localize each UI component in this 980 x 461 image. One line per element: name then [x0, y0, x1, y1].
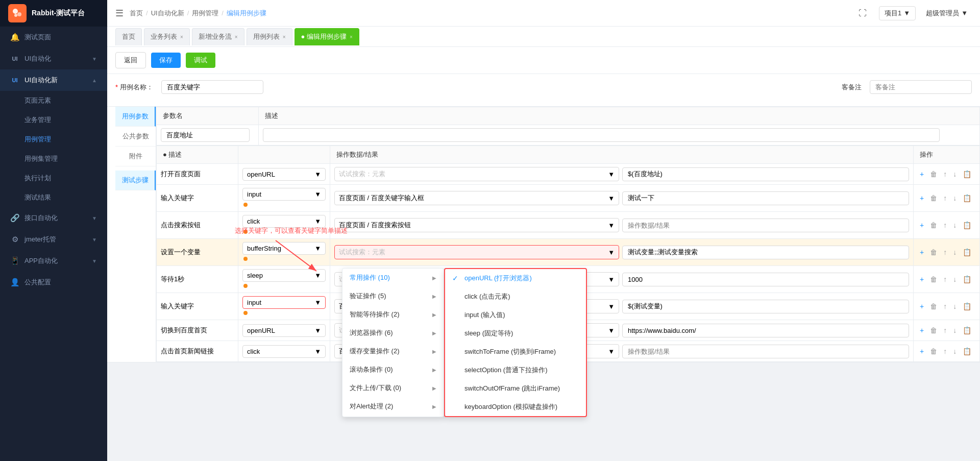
- tab-new-flow[interactable]: 新增业务流 ×: [192, 28, 244, 45]
- move-up-btn-3[interactable]: ↑: [941, 220, 949, 230]
- sidebar-sub-business-mgmt[interactable]: 业务管理: [0, 110, 107, 130]
- delete-step-btn-6[interactable]: 🗑: [928, 301, 939, 311]
- data-input-6[interactable]: [622, 300, 909, 313]
- move-up-btn-7[interactable]: ↑: [941, 325, 949, 335]
- data-input-4[interactable]: [622, 246, 909, 259]
- sidebar-item-test-page[interactable]: 🔔 测试页面: [0, 27, 107, 48]
- action-select-8[interactable]: click ▼: [242, 345, 326, 358]
- back-button[interactable]: 返回: [115, 52, 146, 68]
- add-step-btn-1[interactable]: +: [918, 169, 926, 179]
- move-down-btn-3[interactable]: ↓: [951, 220, 959, 230]
- remark-input[interactable]: [870, 80, 972, 94]
- move-down-btn-5[interactable]: ↓: [951, 274, 959, 284]
- dropdown-common-ops[interactable]: 常用操作 (10) ▶: [342, 269, 444, 287]
- move-down-btn-6[interactable]: ↓: [951, 301, 959, 311]
- sidebar-sub-case-mgmt[interactable]: 用例管理: [0, 130, 107, 149]
- sidebar-item-jmeter[interactable]: ⚙ jmeter托管 ▼: [0, 229, 107, 250]
- submenu-switch-out-frame[interactable]: switchOutOfFrame (跳出iFrame): [445, 379, 586, 398]
- action-select-6[interactable]: input ▼: [242, 296, 326, 309]
- dropdown-alert-ops[interactable]: 对Alert处理 (2) ▶: [342, 397, 444, 416]
- move-up-btn-6[interactable]: ↑: [941, 301, 949, 311]
- action-select-4[interactable]: bufferString ▼: [242, 242, 326, 255]
- submenu-keyboard-option[interactable]: keyboardOption (模拟键盘操作): [445, 398, 586, 416]
- element-select-3[interactable]: 百度页面 / 百度搜索按钮 ▼: [334, 218, 619, 232]
- data-input-1[interactable]: [622, 167, 909, 181]
- add-step-btn-3[interactable]: +: [918, 220, 926, 230]
- submenu-select-option[interactable]: selectOption (普通下拉操作): [445, 361, 586, 379]
- breadcrumb-ui-auto[interactable]: UI自动化新: [151, 9, 184, 18]
- sidebar-item-ui-auto-new[interactable]: UI UI自动化新 ▲: [0, 69, 107, 91]
- param-tab-steps[interactable]: 测试步骤: [115, 171, 156, 190]
- param-tab-attachment[interactable]: 附件: [115, 147, 156, 166]
- data-input-2[interactable]: [622, 191, 909, 205]
- sidebar-item-app-auto[interactable]: 📱 APP自动化 ▼: [0, 250, 107, 272]
- add-step-btn-6[interactable]: +: [918, 301, 926, 311]
- copy-step-btn-2[interactable]: 📋: [961, 193, 973, 203]
- tab-business-list[interactable]: 业务列表 ×: [144, 28, 190, 45]
- move-down-btn-1[interactable]: ↓: [951, 169, 959, 179]
- project-selector[interactable]: 项目1 ▼: [879, 6, 916, 20]
- dropdown-file-ops[interactable]: 文件上传/下载 (0) ▶: [342, 379, 444, 397]
- sidebar-sub-exec-plan[interactable]: 执行计划: [0, 168, 107, 188]
- copy-step-btn-3[interactable]: 📋: [961, 220, 973, 230]
- move-down-btn-2[interactable]: ↓: [951, 193, 959, 203]
- data-input-3[interactable]: [622, 219, 909, 232]
- add-step-btn-7[interactable]: +: [918, 325, 926, 335]
- move-down-btn-8[interactable]: ↓: [951, 346, 959, 356]
- fullscreen-icon[interactable]: ⛶: [859, 9, 867, 18]
- tab-home[interactable]: 首页: [115, 28, 142, 45]
- move-down-btn-4[interactable]: ↓: [951, 247, 959, 257]
- breadcrumb-home[interactable]: 首页: [130, 9, 143, 18]
- element-select-1[interactable]: 试试搜索：元素 ▼: [334, 167, 619, 181]
- sidebar-sub-page-elements[interactable]: 页面元素: [0, 91, 107, 110]
- delete-step-btn-4[interactable]: 🗑: [928, 247, 939, 257]
- data-input-7[interactable]: [622, 324, 909, 337]
- submenu-click[interactable]: click (点击元素): [445, 287, 586, 306]
- dropdown-smart-wait-ops[interactable]: 智能等待操作 (2) ▶: [342, 305, 444, 324]
- copy-step-btn-4[interactable]: 📋: [961, 247, 973, 257]
- add-step-btn-4[interactable]: +: [918, 247, 926, 257]
- move-down-btn-7[interactable]: ↓: [951, 325, 959, 335]
- param-desc-input[interactable]: [263, 128, 940, 142]
- copy-step-btn-7[interactable]: 📋: [961, 325, 973, 335]
- data-input-8[interactable]: [622, 345, 909, 358]
- tab-case-list[interactable]: 用例列表 ×: [247, 28, 292, 45]
- move-up-btn-5[interactable]: ↑: [941, 274, 949, 284]
- param-tab-common[interactable]: 公共参数: [115, 127, 156, 147]
- tab-close-business[interactable]: ×: [180, 34, 183, 40]
- submenu-openurl[interactable]: ✓ openURL (打开浏览器): [445, 269, 586, 287]
- move-up-btn-1[interactable]: ↑: [941, 169, 949, 179]
- copy-step-btn-5[interactable]: 📋: [961, 274, 973, 284]
- copy-step-btn-8[interactable]: 📋: [961, 346, 973, 356]
- delete-step-btn-7[interactable]: 🗑: [928, 325, 939, 335]
- sidebar-item-api-auto[interactable]: 🔗 接口自动化 ▼: [0, 207, 107, 229]
- sidebar-item-common-config[interactable]: 👤 公共配置: [0, 272, 107, 293]
- action-select-5[interactable]: sleep ▼: [242, 269, 326, 282]
- sidebar-item-ui-auto[interactable]: UI UI自动化 ▼: [0, 48, 107, 69]
- dropdown-buffer-ops[interactable]: 缓存变量操作 (2) ▶: [342, 342, 444, 360]
- param-tab-case[interactable]: 用例参数: [115, 107, 156, 127]
- delete-step-btn-1[interactable]: 🗑: [928, 169, 939, 179]
- dropdown-scroll-ops[interactable]: 滚动条操作 (0) ▶: [342, 360, 444, 379]
- copy-step-btn-1[interactable]: 📋: [961, 169, 973, 179]
- breadcrumb-case-mgmt[interactable]: 用例管理: [192, 9, 218, 18]
- tab-close-steps[interactable]: ×: [350, 34, 353, 40]
- param-name-input[interactable]: [161, 128, 250, 142]
- action-select-3[interactable]: click ▼: [242, 215, 326, 228]
- menu-icon[interactable]: ☰: [115, 8, 124, 19]
- dropdown-verify-ops[interactable]: 验证操作 (5) ▶: [342, 287, 444, 305]
- delete-step-btn-5[interactable]: 🗑: [928, 274, 939, 284]
- dropdown-browser-ops[interactable]: 浏览器操作 (6) ▶: [342, 324, 444, 342]
- data-input-5[interactable]: [622, 273, 909, 286]
- add-step-btn-8[interactable]: +: [918, 346, 926, 356]
- move-up-btn-4[interactable]: ↑: [941, 247, 949, 257]
- save-button[interactable]: 保存: [151, 53, 181, 68]
- add-step-btn-2[interactable]: +: [918, 193, 926, 203]
- delete-step-btn-2[interactable]: 🗑: [928, 193, 939, 203]
- action-select-2[interactable]: input ▼: [242, 188, 326, 201]
- action-select-1[interactable]: openURL ▼: [242, 168, 326, 181]
- move-up-btn-8[interactable]: ↑: [941, 346, 949, 356]
- move-up-btn-2[interactable]: ↑: [941, 193, 949, 203]
- tab-close-list[interactable]: ×: [283, 34, 286, 40]
- submenu-switch-to-frame[interactable]: switchToFrame (切换到iFrame): [445, 343, 586, 361]
